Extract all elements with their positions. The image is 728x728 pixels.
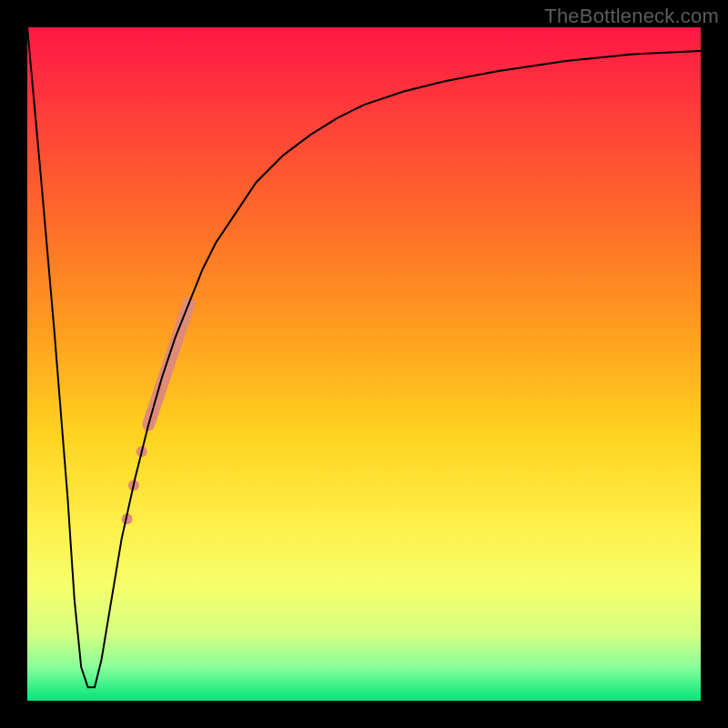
plot-area xyxy=(27,27,701,701)
chart-svg xyxy=(27,27,701,701)
gradient-background xyxy=(27,27,701,701)
watermark-label: TheBottleneck.com xyxy=(544,5,719,28)
chart-container: TheBottleneck.com xyxy=(0,0,728,728)
